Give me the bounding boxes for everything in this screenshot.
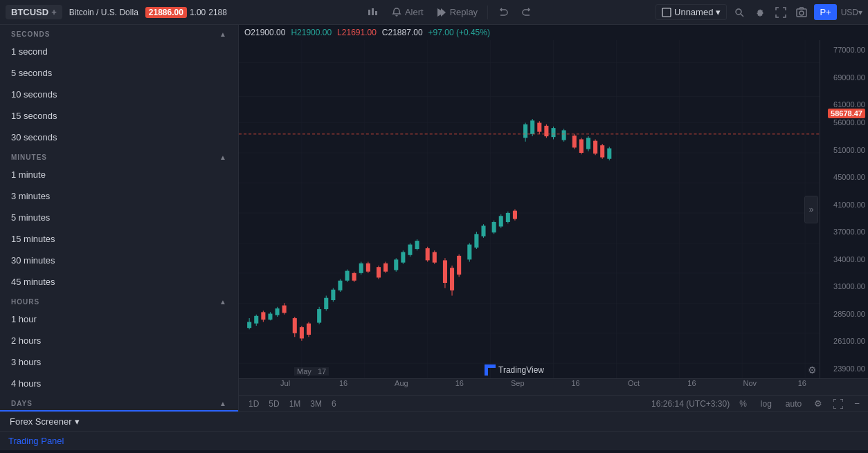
bottom-settings-icon[interactable]: ⚙: [811, 396, 825, 412]
top-bar: BTCUSD + Bitcoin / U.S. Dolla 21886.00 1…: [0, 0, 868, 25]
svg-rect-48: [307, 324, 311, 335]
redo-button[interactable]: [516, 4, 538, 21]
svg-rect-122: [600, 145, 604, 157]
screenshot-button[interactable]: [793, 4, 810, 21]
minus-icon[interactable]: −: [851, 396, 862, 412]
undo-button[interactable]: [492, 4, 514, 21]
seconds-chevron: ▲: [219, 30, 227, 38]
svg-point-6: [736, 9, 741, 15]
period-1m[interactable]: 1M: [285, 398, 305, 410]
tf-1second[interactable]: 1 second: [0, 41, 238, 62]
trading-panel-bar[interactable]: Trading Panel: [0, 431, 868, 450]
svg-rect-92: [481, 225, 485, 236]
tf-1minute[interactable]: 1 minute: [0, 164, 238, 185]
svg-rect-72: [401, 252, 405, 262]
svg-line-7: [741, 14, 743, 17]
main-area: SECONDS ▲ 1 second 5 seconds 10 seconds …: [0, 25, 868, 412]
symbol-button[interactable]: BTCUSD +: [6, 5, 62, 19]
svg-rect-86: [457, 256, 461, 275]
chart-type-button[interactable]: [362, 4, 384, 21]
tf-5minutes[interactable]: 5 minutes: [0, 207, 238, 228]
tf-10seconds[interactable]: 10 seconds: [0, 84, 238, 105]
svg-rect-84: [450, 268, 454, 290]
time-display: 16:26:14 (UTC+3:30): [651, 399, 730, 409]
replay-button[interactable]: Replay: [431, 4, 483, 21]
time-16-2: 16: [455, 379, 464, 387]
may-17-label: May 17: [294, 367, 329, 376]
svg-rect-118: [586, 138, 590, 149]
tf-1hour[interactable]: 1 hour: [0, 308, 238, 330]
pct-button[interactable]: %: [735, 398, 751, 410]
tf-3hours[interactable]: 3 hours: [0, 351, 238, 373]
svg-rect-96: [499, 216, 503, 226]
publish-button[interactable]: P+: [814, 4, 836, 20]
alert-button[interactable]: Alert: [386, 4, 429, 21]
forex-screener-label: Forex Screener: [10, 416, 72, 427]
tf-30seconds[interactable]: 30 seconds: [0, 127, 238, 148]
bottom-right-controls: 16:26:14 (UTC+3:30) % log auto ⚙ −: [651, 396, 862, 412]
chart-canvas[interactable]: 77000.00 69000.00 61000.00 58678.47 5600…: [239, 40, 868, 378]
svg-point-9: [799, 11, 804, 15]
forex-screener-button[interactable]: Forex Screener ▾: [6, 415, 84, 428]
period-3m[interactable]: 3M: [306, 398, 326, 410]
tf-15minutes[interactable]: 15 minutes: [0, 228, 238, 250]
top-bar-left: BTCUSD + Bitcoin / U.S. Dolla 21886.00 1…: [6, 5, 244, 19]
tf-30minutes[interactable]: 30 minutes: [0, 250, 238, 271]
tf-4hours[interactable]: 4 hours: [0, 373, 238, 394]
period-6m[interactable]: 6: [327, 398, 341, 410]
settings-button[interactable]: [752, 4, 768, 21]
svg-rect-46: [300, 327, 304, 338]
svg-rect-58: [345, 271, 350, 281]
period-5d[interactable]: 5D: [264, 398, 283, 410]
svg-rect-66: [377, 267, 381, 277]
ohlc-bar: O21900.00 H21900.00 L21691.00 C21887.00 …: [239, 25, 868, 40]
tf-15seconds[interactable]: 15 seconds: [0, 105, 238, 127]
hours-chevron: ▲: [219, 298, 227, 306]
auto-button[interactable]: auto: [781, 398, 806, 410]
svg-rect-32: [247, 322, 251, 329]
svg-rect-100: [513, 211, 517, 219]
svg-rect-90: [474, 234, 478, 248]
hours-section-header[interactable]: HOURS ▲: [0, 293, 238, 308]
svg-rect-0: [368, 10, 370, 15]
collapse-panel-button[interactable]: »: [804, 196, 818, 223]
ohlc-change: +97.00 (+0.45%): [428, 28, 490, 37]
days-label: DAYS: [11, 400, 33, 407]
ohlc-high: H21900.00: [291, 28, 332, 37]
svg-rect-94: [492, 222, 496, 232]
minutes-section-header[interactable]: MINUTES ▲: [0, 148, 238, 164]
svg-rect-76: [415, 241, 419, 249]
seconds-section-header[interactable]: SECONDS ▲: [0, 25, 238, 41]
price-change: 1.00: [190, 8, 206, 17]
svg-rect-104: [530, 120, 534, 134]
unnamed-button[interactable]: Unnamed ▾: [655, 4, 727, 20]
log-button[interactable]: log: [757, 398, 776, 410]
timeframe-panel: SECONDS ▲ 1 second 5 seconds 10 seconds …: [0, 25, 239, 412]
chart-area: O21900.00 H21900.00 L21691.00 C21887.00 …: [239, 25, 868, 412]
search-button[interactable]: [731, 4, 748, 21]
tf-5seconds[interactable]: 5 seconds: [0, 62, 238, 84]
tf-45minutes[interactable]: 45 minutes: [0, 271, 238, 293]
time-16-4: 16: [687, 379, 696, 387]
svg-rect-102: [523, 124, 527, 138]
symbol-label: BTCUSD: [11, 7, 48, 17]
time-labels-container: Jul 16 Aug 16 Sep 16 Oct 16 Nov 16: [239, 379, 820, 395]
svg-rect-112: [562, 130, 566, 140]
divider: [487, 6, 488, 19]
tf-2hours[interactable]: 2 hours: [0, 330, 238, 351]
expand-chart-icon[interactable]: [831, 396, 846, 412]
svg-rect-120: [593, 141, 597, 154]
forex-screener-chevron: ▾: [75, 416, 80, 427]
svg-rect-5: [662, 8, 671, 17]
tf-3minutes[interactable]: 3 minutes: [0, 185, 238, 207]
status-bar: 1D 5D 1M 3M 6 TradingView May 17 16:26:1…: [239, 395, 868, 412]
fullscreen-button[interactable]: [772, 4, 789, 21]
svg-rect-56: [338, 281, 342, 290]
ohlc-close: C21887.00: [382, 28, 423, 37]
chart-settings-icon[interactable]: ⚙: [808, 364, 817, 376]
svg-rect-88: [467, 245, 471, 260]
period-1d[interactable]: 1D: [244, 398, 263, 410]
svg-rect-2: [375, 11, 377, 15]
svg-rect-70: [394, 259, 398, 270]
days-section-header[interactable]: DAYS ▲: [0, 394, 238, 410]
